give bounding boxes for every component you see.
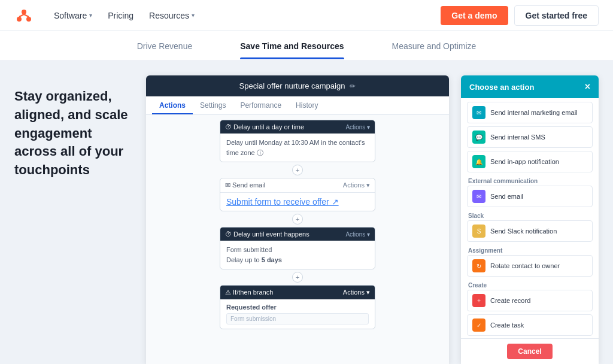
action-label: Create task <box>490 321 524 329</box>
right-panel-footer: Cancel <box>461 338 599 364</box>
delay1-title: ⏱ Delay until a day or time <box>225 123 304 131</box>
action-slack[interactable]: S Send Slack notification <box>467 220 593 242</box>
action-rotate-contact[interactable]: ↻ Rotate contact to owner <box>467 255 593 277</box>
delay1-body: Delay until Monday at 10:30 AM in the co… <box>220 134 375 162</box>
get-demo-button[interactable]: Get a demo <box>441 6 508 25</box>
workflow-node-branch: ⚠ If/then branch Actions ▾ Requested off… <box>220 285 375 329</box>
action-send-sms[interactable]: 💬 Send internal SMS <box>467 126 593 148</box>
nav-software[interactable]: Software ▾ <box>48 7 98 24</box>
nav-resources[interactable]: Resources ▾ <box>143 7 201 24</box>
nav-ctas: Get a demo Get started free <box>441 5 599 26</box>
sms-icon: 💬 <box>472 131 485 144</box>
create-task-icon: ✓ <box>472 318 485 332</box>
section-slack-label: Slack <box>467 210 593 220</box>
sendemail-link[interactable]: Submit form to receive offer ↗ <box>226 197 339 207</box>
choose-action-header: Choose an action × <box>461 75 599 98</box>
choose-action-title: Choose an action <box>469 83 534 92</box>
branch-field: Form submission <box>226 313 369 324</box>
action-send-internal-email[interactable]: ✉ Send internal marketing email <box>467 102 593 123</box>
delay1-actions[interactable]: Actions ▾ <box>345 124 370 131</box>
svg-line-4 <box>19 14 24 17</box>
tab-drive-revenue[interactable]: Drive Revenue <box>137 33 193 59</box>
delay-days: 5 days <box>262 256 282 263</box>
action-label: Rotate contact to owner <box>490 262 560 269</box>
sendemail-title: ✉ Send email <box>225 181 265 189</box>
workflow-tab-history[interactable]: History <box>289 96 325 114</box>
cancel-button[interactable]: Cancel <box>507 344 552 359</box>
notification-icon: 🔔 <box>472 155 485 168</box>
section-external-label: External communication <box>467 175 593 186</box>
workflow-tab-settings[interactable]: Settings <box>193 96 233 114</box>
svg-point-2 <box>17 17 22 22</box>
workflow-tab-actions[interactable]: Actions <box>152 96 193 114</box>
hero-text: Stay organized, aligned, and scale engag… <box>14 87 134 180</box>
branch-body: Requested offer Form submission <box>220 299 375 329</box>
workflow-tab-performance[interactable]: Performance <box>233 96 289 114</box>
action-label: Send internal SMS <box>490 134 545 141</box>
nav-resources-label: Resources <box>149 11 189 20</box>
connector-2 <box>297 215 298 223</box>
svg-point-0 <box>22 10 26 14</box>
workflow-node-delay1: ⏱ Delay until a day or time Actions ▾ De… <box>220 120 375 162</box>
connector-3 <box>297 273 298 281</box>
action-create-task[interactable]: ✓ Create task <box>467 314 593 336</box>
navbar: Software ▾ Pricing Resources ▾ Get a dem… <box>0 0 613 31</box>
nav-pricing[interactable]: Pricing <box>102 7 139 24</box>
branch-actions[interactable]: Actions ▾ <box>343 289 370 296</box>
choose-action-panel: Choose an action × ✉ Send internal marke… <box>461 75 599 364</box>
branch-header: ⚠ If/then branch Actions ▾ <box>220 286 375 299</box>
delay-event-header: ⏱ Delay until event happens Actions ▾ <box>220 228 375 241</box>
delay-event-body: Form submitted Delay up to 5 days <box>220 241 375 269</box>
action-label: Create record <box>490 297 530 304</box>
tab-measure-optimize[interactable]: Measure and Optimize <box>392 33 477 59</box>
workflow-body: ⏱ Delay until a day or time Actions ▾ De… <box>146 115 449 364</box>
action-send-inapp[interactable]: 🔔 Send in-app notification <box>467 151 593 172</box>
email-icon: ✉ <box>472 106 485 119</box>
branch-offer-label: Requested offer <box>226 304 369 311</box>
sendemail-actions[interactable]: Actions ▾ <box>343 181 370 189</box>
nav-links: Software ▾ Pricing Resources ▾ <box>48 7 441 24</box>
hero-section: Stay organized, aligned, and scale engag… <box>14 75 134 364</box>
workflow-header: Special offer nurture campaign ✏ <box>146 75 449 96</box>
delay-event-line1: Form submitted <box>226 245 369 255</box>
svg-point-1 <box>26 17 31 22</box>
action-label: Send in-app notification <box>490 158 559 165</box>
edit-icon[interactable]: ✏ <box>350 82 356 90</box>
chevron-down-icon-resources: ▾ <box>192 12 195 19</box>
send-email-icon: ✉ <box>472 190 485 203</box>
choose-action-body: ✉ Send internal marketing email 💬 Send i… <box>461 98 599 338</box>
get-started-free-button[interactable]: Get started free <box>514 5 599 26</box>
action-label: Send internal marketing email <box>490 109 578 116</box>
tabs-bar: Drive Revenue Save Time and Resources Me… <box>0 31 613 61</box>
hubspot-logo[interactable] <box>14 6 34 25</box>
close-icon[interactable]: × <box>585 81 590 92</box>
nav-pricing-label: Pricing <box>108 11 133 20</box>
action-create-record[interactable]: ＋ Create record <box>467 290 593 311</box>
chevron-down-icon: ▾ <box>89 12 92 19</box>
delay-event-actions[interactable]: Actions ▾ <box>345 231 370 238</box>
sendemail-body: Submit form to receive offer ↗ <box>220 193 375 211</box>
workflow-panel: Special offer nurture campaign ✏ Actions… <box>146 75 449 364</box>
assign-icon: ↻ <box>472 259 485 272</box>
action-send-email[interactable]: ✉ Send email <box>467 186 593 207</box>
action-label: Send email <box>490 193 523 200</box>
workflow-title: Special offer nurture campaign <box>239 81 345 90</box>
branch-title: ⚠ If/then branch <box>225 289 273 296</box>
tab-save-time[interactable]: Save Time and Resources <box>240 33 344 59</box>
connector-1 <box>297 166 298 174</box>
sendemail-header: ✉ Send email Actions ▾ <box>220 178 375 193</box>
section-create-label: Create <box>467 280 593 290</box>
action-label: Send Slack notification <box>490 228 557 235</box>
delay-event-line2: Delay up to 5 days <box>226 255 369 265</box>
workflow-node-sendemail: ✉ Send email Actions ▾ Submit form to re… <box>220 178 375 211</box>
create-record-icon: ＋ <box>472 294 485 307</box>
slack-icon: S <box>472 225 485 238</box>
nav-software-label: Software <box>54 11 87 20</box>
main-content: Stay organized, aligned, and scale engag… <box>0 61 613 364</box>
workflow-node-delay-event: ⏱ Delay until event happens Actions ▾ Fo… <box>220 227 375 269</box>
delay-event-title: ⏱ Delay until event happens <box>225 230 309 238</box>
section-assignment-label: Assignment <box>467 245 593 255</box>
svg-line-3 <box>24 14 29 17</box>
workflow-subtabs: Actions Settings Performance History <box>146 96 449 115</box>
workflow-node-delay1-header: ⏱ Delay until a day or time Actions ▾ <box>220 120 375 134</box>
